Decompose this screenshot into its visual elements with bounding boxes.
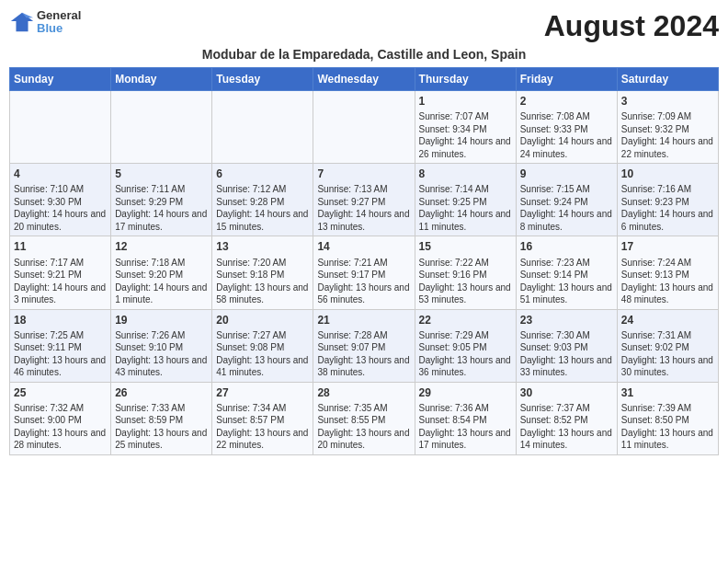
day-number: 29 (419, 385, 512, 400)
weekday-header: Sunday (10, 68, 111, 91)
day-number: 25 (14, 385, 107, 400)
day-info: Sunrise: 7:14 AM Sunset: 9:25 PM Dayligh… (419, 183, 512, 233)
weekday-header: Friday (516, 68, 617, 91)
calendar-cell: 21Sunrise: 7:28 AM Sunset: 9:07 PM Dayli… (313, 309, 415, 382)
day-number: 26 (115, 385, 208, 400)
weekday-header: Monday (111, 68, 212, 91)
day-info: Sunrise: 7:37 AM Sunset: 8:52 PM Dayligh… (520, 402, 613, 452)
weekday-header: Thursday (415, 68, 516, 91)
weekday-header-row: SundayMondayTuesdayWednesdayThursdayFrid… (10, 68, 719, 91)
calendar-cell: 16Sunrise: 7:23 AM Sunset: 9:14 PM Dayli… (516, 236, 617, 309)
day-number: 23 (520, 313, 613, 327)
day-number: 16 (520, 239, 613, 254)
calendar-cell: 1Sunrise: 7:07 AM Sunset: 9:34 PM Daylig… (415, 91, 516, 164)
calendar-cell: 5Sunrise: 7:11 AM Sunset: 9:29 PM Daylig… (111, 164, 212, 236)
day-info: Sunrise: 7:28 AM Sunset: 9:07 PM Dayligh… (317, 329, 410, 379)
weekday-header: Tuesday (212, 68, 313, 91)
day-number: 14 (317, 239, 410, 254)
calendar-cell (111, 91, 212, 164)
logo: General Blue (9, 9, 81, 36)
day-info: Sunrise: 7:23 AM Sunset: 9:14 PM Dayligh… (520, 257, 613, 306)
calendar-cell: 24Sunrise: 7:31 AM Sunset: 9:02 PM Dayli… (617, 309, 718, 382)
day-info: Sunrise: 7:15 AM Sunset: 9:24 PM Dayligh… (520, 183, 613, 233)
day-number: 1 (419, 94, 512, 109)
day-info: Sunrise: 7:24 AM Sunset: 9:13 PM Dayligh… (621, 257, 714, 306)
logo-icon (9, 9, 35, 35)
day-number: 9 (520, 167, 613, 181)
calendar-week-row: 1Sunrise: 7:07 AM Sunset: 9:34 PM Daylig… (10, 91, 719, 164)
day-number: 15 (419, 239, 512, 254)
day-number: 17 (621, 239, 714, 254)
calendar-cell (313, 91, 415, 164)
day-info: Sunrise: 7:27 AM Sunset: 9:08 PM Dayligh… (216, 329, 309, 379)
logo-text: General Blue (37, 9, 81, 36)
day-info: Sunrise: 7:26 AM Sunset: 9:10 PM Dayligh… (115, 329, 208, 379)
calendar-cell (10, 91, 111, 164)
calendar-week-row: 18Sunrise: 7:25 AM Sunset: 9:11 PM Dayli… (10, 309, 719, 382)
day-info: Sunrise: 7:31 AM Sunset: 9:02 PM Dayligh… (621, 329, 714, 379)
day-number: 31 (621, 385, 714, 400)
calendar-cell: 8Sunrise: 7:14 AM Sunset: 9:25 PM Daylig… (415, 164, 516, 236)
calendar-cell: 23Sunrise: 7:30 AM Sunset: 9:03 PM Dayli… (516, 309, 617, 382)
day-info: Sunrise: 7:39 AM Sunset: 8:50 PM Dayligh… (621, 402, 714, 452)
day-number: 4 (14, 167, 107, 181)
day-info: Sunrise: 7:35 AM Sunset: 8:55 PM Dayligh… (317, 402, 410, 452)
calendar-table: SundayMondayTuesdayWednesdayThursdayFrid… (9, 67, 719, 455)
day-info: Sunrise: 7:22 AM Sunset: 9:16 PM Dayligh… (419, 257, 512, 306)
calendar-cell: 18Sunrise: 7:25 AM Sunset: 9:11 PM Dayli… (10, 309, 111, 382)
calendar-cell: 22Sunrise: 7:29 AM Sunset: 9:05 PM Dayli… (415, 309, 516, 382)
day-info: Sunrise: 7:09 AM Sunset: 9:32 PM Dayligh… (621, 110, 714, 160)
day-number: 30 (520, 385, 613, 400)
calendar-cell (212, 91, 313, 164)
calendar-cell: 4Sunrise: 7:10 AM Sunset: 9:30 PM Daylig… (10, 164, 111, 236)
day-info: Sunrise: 7:18 AM Sunset: 9:20 PM Dayligh… (115, 257, 208, 306)
day-number: 13 (216, 239, 309, 254)
calendar-cell: 10Sunrise: 7:16 AM Sunset: 9:23 PM Dayli… (617, 164, 718, 236)
day-info: Sunrise: 7:07 AM Sunset: 9:34 PM Dayligh… (419, 110, 512, 160)
calendar-cell: 25Sunrise: 7:32 AM Sunset: 9:00 PM Dayli… (10, 382, 111, 454)
calendar-cell: 27Sunrise: 7:34 AM Sunset: 8:57 PM Dayli… (212, 382, 313, 454)
calendar-cell: 19Sunrise: 7:26 AM Sunset: 9:10 PM Dayli… (111, 309, 212, 382)
calendar-cell: 15Sunrise: 7:22 AM Sunset: 9:16 PM Dayli… (415, 236, 516, 309)
calendar-cell: 26Sunrise: 7:33 AM Sunset: 8:59 PM Dayli… (111, 382, 212, 454)
day-info: Sunrise: 7:29 AM Sunset: 9:05 PM Dayligh… (419, 329, 512, 379)
calendar-cell: 13Sunrise: 7:20 AM Sunset: 9:18 PM Dayli… (212, 236, 313, 309)
page-header: General Blue August 2024 (9, 9, 719, 43)
day-number: 18 (14, 313, 107, 327)
day-info: Sunrise: 7:17 AM Sunset: 9:21 PM Dayligh… (14, 257, 107, 306)
calendar-cell: 11Sunrise: 7:17 AM Sunset: 9:21 PM Dayli… (10, 236, 111, 309)
svg-marker-0 (11, 13, 33, 32)
calendar-cell: 6Sunrise: 7:12 AM Sunset: 9:28 PM Daylig… (212, 164, 313, 236)
day-number: 19 (115, 313, 208, 327)
day-info: Sunrise: 7:12 AM Sunset: 9:28 PM Dayligh… (216, 183, 309, 233)
day-number: 12 (115, 239, 208, 254)
calendar-cell: 3Sunrise: 7:09 AM Sunset: 9:32 PM Daylig… (617, 91, 718, 164)
calendar-cell: 17Sunrise: 7:24 AM Sunset: 9:13 PM Dayli… (617, 236, 718, 309)
day-number: 7 (317, 167, 410, 181)
day-info: Sunrise: 7:13 AM Sunset: 9:27 PM Dayligh… (317, 183, 410, 233)
day-number: 5 (115, 167, 208, 181)
calendar-cell: 30Sunrise: 7:37 AM Sunset: 8:52 PM Dayli… (516, 382, 617, 454)
day-info: Sunrise: 7:11 AM Sunset: 9:29 PM Dayligh… (115, 183, 208, 233)
day-number: 28 (317, 385, 410, 400)
month-title: August 2024 (544, 9, 719, 43)
calendar-cell: 31Sunrise: 7:39 AM Sunset: 8:50 PM Dayli… (617, 382, 718, 454)
calendar-cell: 28Sunrise: 7:35 AM Sunset: 8:55 PM Dayli… (313, 382, 415, 454)
location-subtitle: Modubar de la Emparedada, Castille and L… (9, 47, 719, 62)
calendar-cell: 12Sunrise: 7:18 AM Sunset: 9:20 PM Dayli… (111, 236, 212, 309)
calendar-cell: 7Sunrise: 7:13 AM Sunset: 9:27 PM Daylig… (313, 164, 415, 236)
day-info: Sunrise: 7:16 AM Sunset: 9:23 PM Dayligh… (621, 183, 714, 233)
day-info: Sunrise: 7:21 AM Sunset: 9:17 PM Dayligh… (317, 257, 410, 306)
weekday-header: Saturday (617, 68, 718, 91)
day-number: 11 (14, 239, 107, 254)
calendar-week-row: 11Sunrise: 7:17 AM Sunset: 9:21 PM Dayli… (10, 236, 719, 309)
calendar-cell: 2Sunrise: 7:08 AM Sunset: 9:33 PM Daylig… (516, 91, 617, 164)
day-number: 3 (621, 94, 714, 109)
calendar-cell: 29Sunrise: 7:36 AM Sunset: 8:54 PM Dayli… (415, 382, 516, 454)
day-number: 21 (317, 313, 410, 327)
calendar-cell: 9Sunrise: 7:15 AM Sunset: 9:24 PM Daylig… (516, 164, 617, 236)
day-number: 20 (216, 313, 309, 327)
calendar-cell: 20Sunrise: 7:27 AM Sunset: 9:08 PM Dayli… (212, 309, 313, 382)
day-number: 27 (216, 385, 309, 400)
day-info: Sunrise: 7:10 AM Sunset: 9:30 PM Dayligh… (14, 183, 107, 233)
